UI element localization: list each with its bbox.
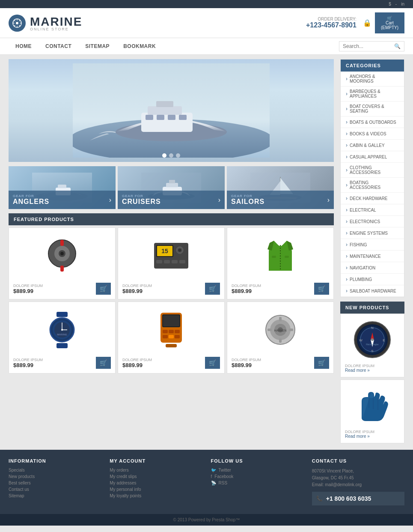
product-image-5: HARKEN	[232, 306, 329, 353]
footer-loyalty[interactable]: My loyalty points	[110, 493, 202, 498]
product-label-3: DOLORE IPSUM	[13, 358, 43, 362]
footer-personal-info[interactable]: My personal info	[110, 487, 202, 492]
sidebar-cat-sailboat[interactable]: SAILBOAT HARDWARE	[341, 285, 404, 297]
cat-arrow-cruisers: ›	[218, 196, 220, 204]
sidebar-cat-boat-covers[interactable]: BOAT COVERS & SEATING	[341, 102, 404, 117]
header-right: ORDER DELIVERY: +123-4567-8901 🔒 🛒 Cart …	[306, 12, 404, 33]
footer-account-title: MY ACCOUNT	[110, 458, 202, 463]
add-cart-5[interactable]: 🛒	[314, 357, 329, 369]
linkedin-link[interactable]: in	[401, 2, 404, 6]
sidebar-cat-casual[interactable]: CASUAL APPAREL	[341, 151, 404, 163]
slider-dots	[162, 153, 180, 158]
sidebar-cat-barbeques[interactable]: BARBEQUES & APPLIANCES	[341, 87, 404, 102]
add-cart-4[interactable]: 🛒	[205, 357, 220, 369]
nav-home[interactable]: HOME	[9, 38, 39, 54]
sidebar-cat-books[interactable]: BOOKS & VIDEOS	[341, 128, 404, 140]
product-card-3: MARINE DOLORE IPSUM $889.99 🛒	[9, 302, 116, 374]
sidebar-cat-fishing[interactable]: FISHING	[341, 239, 404, 251]
sidebar-cat-cabin[interactable]: CABIN & GALLEY	[341, 140, 404, 151]
hero-image	[9, 59, 334, 162]
footer-facebook[interactable]: f Facebook	[211, 474, 303, 479]
footer-contact-us[interactable]: Contact us	[9, 487, 101, 492]
sidebar-cat-maintenance[interactable]: MAINTENANCE	[341, 251, 404, 262]
svg-rect-36	[60, 266, 64, 272]
search-input[interactable]	[343, 43, 394, 49]
lock-icon[interactable]: 🔒	[363, 19, 371, 27]
footer-new-products[interactable]: New products	[9, 474, 101, 479]
svg-point-37	[60, 252, 64, 255]
sidebar-cat-plumbing[interactable]: PLUMBING	[341, 274, 404, 285]
sidebar-cat-electronics[interactable]: ELECTRONICS	[341, 216, 404, 227]
cat-arrow-sailors: ›	[327, 196, 330, 204]
nav-contact[interactable]: CONTACT	[39, 38, 78, 54]
svg-rect-62	[163, 330, 168, 333]
footer-phone: 📞 +1 800 603 6035	[312, 492, 404, 505]
sidebar-cat-clothing[interactable]: CLOTHING ACCESSORIES	[341, 163, 404, 178]
search-box[interactable]: 🔍	[339, 41, 404, 51]
add-cart-3[interactable]: 🛒	[96, 357, 111, 369]
footer-information: INFORMATION Specials New products Best s…	[9, 458, 101, 505]
footer-addresses[interactable]: My addresses	[110, 481, 202, 485]
svg-rect-50	[56, 312, 68, 317]
svg-rect-17	[157, 115, 164, 120]
svg-rect-74	[279, 338, 282, 343]
sidebar-cat-boating[interactable]: BOATING ACCESSORIES	[341, 178, 404, 193]
product-info-3: DOLORE IPSUM $889.99 🛒	[13, 357, 111, 369]
new-product-readmore-0[interactable]: Read more »	[345, 368, 400, 373]
add-cart-0[interactable]: 🛒	[96, 283, 111, 295]
footer-my-account: MY ACCOUNT My orders My credit slips My …	[110, 458, 202, 505]
sidebar-cat-boats[interactable]: BOATS & OUTBOARDS	[341, 117, 404, 128]
footer-sitemap[interactable]: Sitemap	[9, 493, 101, 498]
footer-best-sellers[interactable]: Best sellers	[9, 481, 101, 485]
product-price-2: $889.99	[232, 288, 261, 294]
rss-icon: 📡	[211, 481, 216, 485]
svg-rect-64	[175, 330, 180, 333]
sidebar-cat-engine[interactable]: ENGINE SYSTEMS	[341, 227, 404, 239]
dot-2[interactable]	[169, 153, 173, 158]
nav-sitemap[interactable]: SITEMAP	[78, 38, 116, 54]
dot-3[interactable]	[176, 153, 180, 158]
logo-text[interactable]: MARINE	[30, 15, 82, 29]
add-cart-1[interactable]: 🛒	[205, 283, 220, 295]
add-cart-2[interactable]: 🛒	[314, 283, 329, 295]
cart-button[interactable]: 🛒 Cart (EMPTY)	[375, 12, 404, 33]
sidebar-cat-anchors[interactable]: ANCHORS & MOORINGS	[341, 72, 404, 87]
order-label: ORDER DELIVERY:	[306, 17, 357, 21]
footer-rss[interactable]: 📡 RSS	[211, 481, 303, 485]
footer-credit-slips[interactable]: My credit slips	[110, 474, 202, 479]
product-card-4: DOLORE IPSUM $889.99 🛒	[118, 302, 225, 374]
footer-my-orders[interactable]: My orders	[110, 468, 202, 472]
dot-1[interactable]	[162, 153, 166, 158]
svg-rect-18	[168, 115, 175, 120]
product-price-5: $889.99	[232, 362, 261, 368]
currency-selector[interactable]: $	[389, 2, 391, 6]
category-overlay-cruisers: GEAR FOR CRUISERS ›	[118, 191, 225, 209]
copyright: © 2013 Powered by Presta Shop™	[173, 517, 240, 522]
cart-icon: 🛒	[387, 16, 392, 21]
cat-label-anglers: GEAR FOR	[13, 194, 49, 198]
footer-contact-us-section: CONTACT US 8070St Vincent Place,Glasgow,…	[312, 458, 404, 505]
cat-title-cruisers: CRUISERS	[122, 198, 161, 206]
product-price-0: $889.99	[13, 288, 43, 294]
category-card-anglers[interactable]: GEAR FOR ANGLERS ›	[9, 166, 116, 209]
logo-icon[interactable]	[9, 15, 26, 32]
sidebar-cat-electrical[interactable]: ELECTRICAL	[341, 204, 404, 216]
header: MARINE ONLINE STORE ORDER DELIVERY: +123…	[0, 8, 413, 38]
footer-twitter[interactable]: 🐦 Twitter	[211, 468, 303, 472]
sidebar-cat-navigation[interactable]: NAVIGATION	[341, 262, 404, 274]
product-label-5: DOLORE IPSUM	[232, 358, 261, 362]
phone-icon: 📞	[316, 496, 323, 502]
svg-rect-35	[60, 240, 64, 246]
product-label-4: DOLORE IPSUM	[122, 358, 152, 362]
svg-rect-28	[169, 180, 175, 183]
svg-text:S: S	[371, 349, 373, 353]
nav-bookmark[interactable]: BOOKMARK	[116, 38, 163, 54]
nav-bar: HOME CONTACT SITEMAP BOOKMARK 🔍	[0, 38, 413, 55]
search-icon[interactable]: 🔍	[394, 43, 401, 49]
footer-specials[interactable]: Specials	[9, 468, 101, 472]
category-card-sailors[interactable]: GEAR FOR SAILORS ›	[227, 166, 334, 209]
new-product-readmore-1[interactable]: Read more »	[345, 434, 400, 439]
sidebar-cat-deck[interactable]: DECK HARDWARE	[341, 193, 404, 204]
category-card-cruisers[interactable]: GEAR FOR CRUISERS ›	[118, 166, 225, 209]
product-label-1: DOLORE IPSUM	[122, 284, 152, 288]
